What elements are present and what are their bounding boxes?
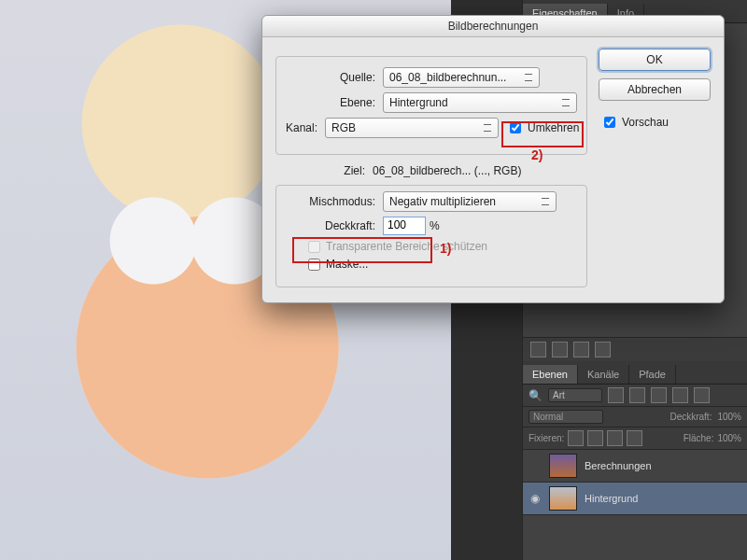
channel-label: Kanal: — [286, 121, 325, 134]
dialog-button-column: OK Abbrechen Vorschau — [599, 49, 711, 131]
opacity-pct: % — [430, 219, 440, 232]
target-label: Ziel: — [275, 164, 373, 177]
preview-checkbox[interactable]: Vorschau — [600, 114, 711, 131]
adjust-icon[interactable] — [530, 342, 546, 357]
layer-filter-kind[interactable]: Art — [548, 388, 602, 402]
filter-shape-icon[interactable] — [672, 387, 688, 403]
properties-footer-icons — [523, 337, 747, 361]
tab-layers[interactable]: Ebenen — [523, 365, 578, 384]
filter-smart-icon[interactable] — [694, 387, 710, 403]
layer-name[interactable]: Berechnungen — [585, 460, 652, 471]
lock-transp-icon[interactable] — [568, 430, 584, 446]
layers-tabbar: Ebenen Kanäle Pfade — [523, 361, 747, 385]
layer-opacity-label: Deckkraft: — [669, 412, 712, 422]
search-icon: 🔍 — [529, 389, 543, 402]
layer-opacity-value[interactable]: 100% — [717, 412, 741, 422]
layer-row[interactable]: Berechnungen — [523, 450, 747, 483]
trash-icon[interactable] — [595, 342, 611, 357]
blend-label: Mischmodus: — [286, 195, 383, 208]
annotation-box-2 — [501, 121, 584, 147]
filter-type-icon[interactable] — [651, 387, 667, 403]
layer-thumbnail — [549, 454, 577, 478]
lock-paint-icon[interactable] — [587, 430, 603, 446]
layer-label: Ebene: — [286, 96, 383, 109]
visibility-toggle[interactable]: ◉ — [529, 492, 542, 505]
annotation-box-1 — [292, 237, 432, 263]
source-dropdown[interactable]: 06_08_bildberechnun... — [383, 67, 540, 88]
lock-pos-icon[interactable] — [607, 430, 623, 446]
opacity-label: Deckkraft: — [286, 219, 383, 232]
preview-checkbox-input[interactable] — [604, 117, 615, 128]
clip-icon[interactable] — [573, 342, 589, 357]
lock-label: Fixieren: — [529, 433, 564, 443]
preview-label: Vorschau — [622, 116, 669, 129]
lock-all-icon[interactable] — [627, 430, 642, 446]
ok-button[interactable]: OK — [599, 49, 711, 71]
tab-channels[interactable]: Kanäle — [578, 365, 629, 384]
filter-pixel-icon[interactable] — [608, 387, 624, 403]
annotation-label-1: 1) — [440, 241, 451, 256]
channel-dropdown[interactable]: RGB — [325, 118, 499, 138]
layer-name[interactable]: Hintergrund — [585, 493, 638, 504]
blending-group: Mischmodus: Negativ multiplizieren Deckk… — [275, 185, 587, 287]
target-value: 06_08_bildberech... (..., RGB) — [373, 164, 521, 177]
fill-label: Fläche: — [684, 433, 714, 443]
blend-dropdown[interactable]: Negativ multiplizieren — [383, 191, 557, 212]
filter-adjust-icon[interactable] — [629, 387, 645, 403]
mask-icon[interactable] — [552, 342, 568, 357]
cancel-button[interactable]: Abbrechen — [599, 78, 711, 101]
annotation-label-2: 2) — [531, 147, 543, 162]
tab-paths[interactable]: Pfade — [629, 365, 676, 384]
apply-image-dialog: Bildberechnungen Quelle: 06_08_bildberec… — [261, 15, 725, 303]
layer-dropdown[interactable]: Hintergrund — [383, 92, 577, 113]
layer-thumbnail — [549, 486, 577, 511]
dialog-title: Bildberechnungen — [262, 16, 724, 37]
fill-value[interactable]: 100% — [717, 433, 741, 443]
source-label: Quelle: — [286, 71, 383, 84]
layer-row[interactable]: ◉ Hintergrund — [523, 483, 747, 515]
opacity-input[interactable]: 100 — [383, 217, 426, 235]
layer-blend-dropdown[interactable]: Normal — [529, 410, 603, 424]
